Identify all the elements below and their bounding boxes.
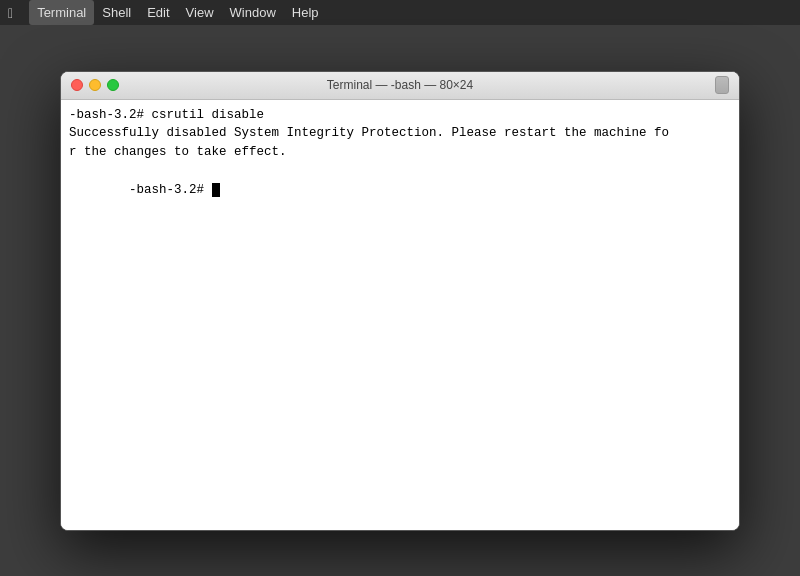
- traffic-lights: [71, 79, 119, 91]
- terminal-line-3: r the changes to take effect.: [69, 143, 731, 162]
- menu-window[interactable]: Window: [222, 0, 284, 25]
- menu-terminal[interactable]: Terminal: [29, 0, 94, 25]
- close-button[interactable]: [71, 79, 83, 91]
- terminal-content[interactable]: -bash-3.2# csrutil disable Successfully …: [61, 100, 739, 530]
- cursor: [212, 183, 220, 197]
- terminal-window: Terminal — -bash — 80×24 -bash-3.2# csru…: [60, 71, 740, 531]
- menu-shell[interactable]: Shell: [94, 0, 139, 25]
- window-title: Terminal — -bash — 80×24: [327, 78, 473, 92]
- maximize-button[interactable]: [107, 79, 119, 91]
- prompt-text: -bash-3.2#: [129, 183, 212, 197]
- apple-menu[interactable]: : [8, 5, 13, 21]
- title-bar-right: [715, 76, 729, 94]
- terminal-line-1: -bash-3.2# csrutil disable: [69, 106, 731, 125]
- menu-help[interactable]: Help: [284, 0, 327, 25]
- menu-edit[interactable]: Edit: [139, 0, 177, 25]
- desktop: Terminal — -bash — 80×24 -bash-3.2# csru…: [0, 25, 800, 576]
- menubar:  Terminal Shell Edit View Window Help: [0, 0, 800, 25]
- terminal-line-2: Successfully disabled System Integrity P…: [69, 124, 731, 143]
- terminal-line-4: -bash-3.2#: [69, 162, 731, 218]
- title-bar: Terminal — -bash — 80×24: [61, 72, 739, 100]
- menu-view[interactable]: View: [178, 0, 222, 25]
- scroll-handle[interactable]: [715, 76, 729, 94]
- minimize-button[interactable]: [89, 79, 101, 91]
